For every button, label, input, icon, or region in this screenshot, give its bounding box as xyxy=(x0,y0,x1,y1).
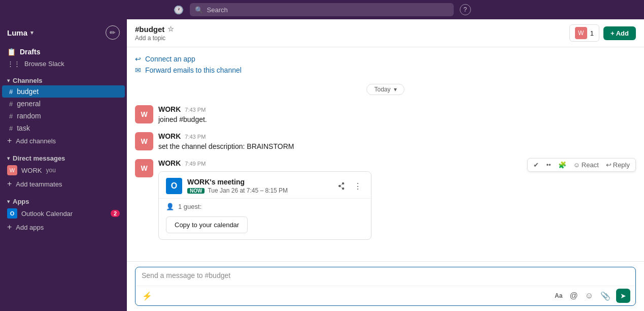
meeting-card-header: O WORK's meeting NOW Tue Jan 26 at 7:45 … xyxy=(159,172,371,198)
puzzle-button[interactable]: 🧩 xyxy=(556,160,569,170)
hash-icon-task: # xyxy=(9,125,13,132)
reply-icon: ↩ xyxy=(606,161,612,169)
dm-name-work: WORK xyxy=(21,167,42,174)
apps-header[interactable]: ▾ Apps xyxy=(0,195,127,206)
share-event-button[interactable] xyxy=(335,180,348,192)
apps-label: Apps xyxy=(13,198,29,205)
copy-to-calendar-button[interactable]: Copy to your calendar xyxy=(166,216,248,233)
date-divider: Today ▾ xyxy=(135,84,636,95)
text-format-button[interactable]: Aa xyxy=(553,291,564,301)
star-icon[interactable]: ☆ xyxy=(167,25,174,33)
connect-app-link[interactable]: ↩ Connect an app xyxy=(135,53,636,65)
top-bar: 🕐 🔍 ? xyxy=(0,0,644,19)
sidebar-item-general[interactable]: # general xyxy=(2,98,125,110)
search-icon: 🔍 xyxy=(195,6,203,14)
dm-header[interactable]: ▾ Direct messages xyxy=(0,151,127,163)
add-teammates-item[interactable]: + Add teammates xyxy=(0,177,127,191)
lightning-icon-button[interactable]: ⚡ xyxy=(141,290,154,302)
message-row: W WORK 7:43 PM joined #budget. xyxy=(135,103,636,127)
outlook-calendar-icon: O xyxy=(166,178,182,194)
sidebar: Luma ▾ ✏ 📋 Drafts ⋮⋮ Browse Slack ▾ Chan… xyxy=(0,19,127,311)
guests-icon: 👤 xyxy=(166,203,174,210)
message-input-top xyxy=(135,267,635,286)
compose-button[interactable]: ✏ xyxy=(106,25,120,40)
sidebar-header: Luma ▾ ✏ xyxy=(0,19,127,44)
avatar-initial: W xyxy=(135,105,153,123)
message-input[interactable] xyxy=(142,271,629,279)
add-channels-item[interactable]: + Add channels xyxy=(0,134,127,147)
dm-avatar-work: W xyxy=(7,165,17,175)
help-icon[interactable]: ? xyxy=(460,4,471,15)
meeting-time: Tue Jan 26 at 7:45 – 8:15 PM xyxy=(208,187,288,194)
members-button[interactable]: W 1 xyxy=(569,24,599,42)
message-header: WORK 7:43 PM xyxy=(158,105,636,113)
channel-name-task: task xyxy=(17,124,30,132)
meeting-more-button[interactable]: ⋮ xyxy=(352,179,364,193)
add-teammates-plus: + xyxy=(7,179,12,189)
sidebar-item-drafts[interactable]: 📋 Drafts xyxy=(0,46,127,58)
forward-email-link[interactable]: ✉ Forward emails to this channel xyxy=(135,65,636,76)
react-button[interactable]: ☺ React xyxy=(571,160,601,170)
forward-label: Forward emails to this channel xyxy=(145,66,242,74)
attachment-button[interactable]: 📎 xyxy=(599,290,612,302)
members-count: 1 xyxy=(590,29,594,37)
search-bar[interactable]: 🔍 xyxy=(190,3,454,16)
browse-slack-item[interactable]: ⋮⋮ Browse Slack xyxy=(0,58,127,70)
meeting-details: WORK's meeting NOW Tue Jan 26 at 7:45 – … xyxy=(187,178,288,194)
outlook-badge: 2 xyxy=(111,210,120,217)
sender-name[interactable]: WORK xyxy=(158,159,181,167)
meeting-title-row: O WORK's meeting NOW Tue Jan 26 at 7:45 … xyxy=(166,178,288,194)
channel-topic[interactable]: Add a topic xyxy=(135,35,569,42)
add-channels-label: Add channels xyxy=(16,137,56,145)
forward-icon: ✉ xyxy=(135,66,141,74)
sender-name[interactable]: WORK xyxy=(158,132,181,140)
main-content: #budget ☆ Add a topic W 1 + Add ↩ Connec… xyxy=(127,19,644,311)
message-actions: ✔ •• 🧩 ☺ React ↩ Reply xyxy=(527,158,636,172)
checkmark-button[interactable]: ✔ xyxy=(531,160,541,170)
meeting-card: O WORK's meeting NOW Tue Jan 26 at 7:45 … xyxy=(158,171,371,240)
sidebar-item-task[interactable]: # task xyxy=(2,122,125,134)
message-text: set the channel description: BRAINSTORM xyxy=(158,141,636,152)
meeting-time-row: NOW Tue Jan 26 at 7:45 – 8:15 PM xyxy=(187,187,288,194)
emoji-button[interactable]: ☺ xyxy=(584,290,595,302)
message-input-area: ⚡ Aa @ ☺ 📎 ➤ xyxy=(127,261,644,311)
add-teammates-label: Add teammates xyxy=(16,180,62,188)
sidebar-item-budget[interactable]: # budget xyxy=(2,85,125,98)
channels-header[interactable]: ▾ Channels xyxy=(0,74,127,85)
add-apps-item[interactable]: + Add apps xyxy=(0,221,127,234)
channel-actions: W 1 + Add xyxy=(569,24,636,42)
channels-arrow: ▾ xyxy=(7,78,10,83)
mention-button[interactable]: @ xyxy=(568,290,579,302)
drafts-icon: 📋 xyxy=(7,48,16,56)
dots-button[interactable]: •• xyxy=(544,160,553,170)
members-avatar: W xyxy=(575,27,587,39)
react-label: React xyxy=(582,161,599,169)
channel-name-budget: budget xyxy=(17,87,39,96)
sidebar-item-random[interactable]: # random xyxy=(2,110,125,122)
workspace-chevron: ▾ xyxy=(30,29,33,36)
guests-row: 👤 1 guest: xyxy=(166,203,364,210)
workspace-name[interactable]: Luma ▾ xyxy=(7,28,33,37)
history-icon[interactable]: 🕐 xyxy=(174,5,184,15)
hash-icon-random: # xyxy=(9,112,13,120)
app-item-outlook[interactable]: O Outlook Calendar 2 xyxy=(0,206,127,221)
dm-you-label: you xyxy=(46,167,55,174)
apps-section: ▾ Apps O Outlook Calendar 2 + Add apps xyxy=(0,193,127,236)
sender-name[interactable]: WORK xyxy=(158,105,181,113)
reply-button[interactable]: ↩ Reply xyxy=(603,160,632,170)
workspace-label: Luma xyxy=(7,28,27,37)
dm-section: ▾ Direct messages W WORK you + Add teamm… xyxy=(0,149,127,193)
message-input-bottom: ⚡ Aa @ ☺ 📎 ➤ xyxy=(135,286,635,305)
message-header: WORK 7:43 PM xyxy=(158,132,636,140)
timestamp: 7:43 PM xyxy=(185,134,206,140)
channel-name-text: #budget xyxy=(135,25,164,34)
date-pill[interactable]: Today ▾ xyxy=(366,84,404,95)
reply-label: Reply xyxy=(613,161,630,169)
dm-item-work[interactable]: W WORK you xyxy=(0,163,127,177)
send-button[interactable]: ➤ xyxy=(616,289,630,303)
add-button[interactable]: + Add xyxy=(603,26,636,40)
search-input[interactable] xyxy=(207,6,449,14)
messages-area: ↩ Connect an app ✉ Forward emails to thi… xyxy=(127,47,644,261)
outlook-icon: O xyxy=(7,208,17,219)
add-channels-plus: + xyxy=(7,136,12,145)
